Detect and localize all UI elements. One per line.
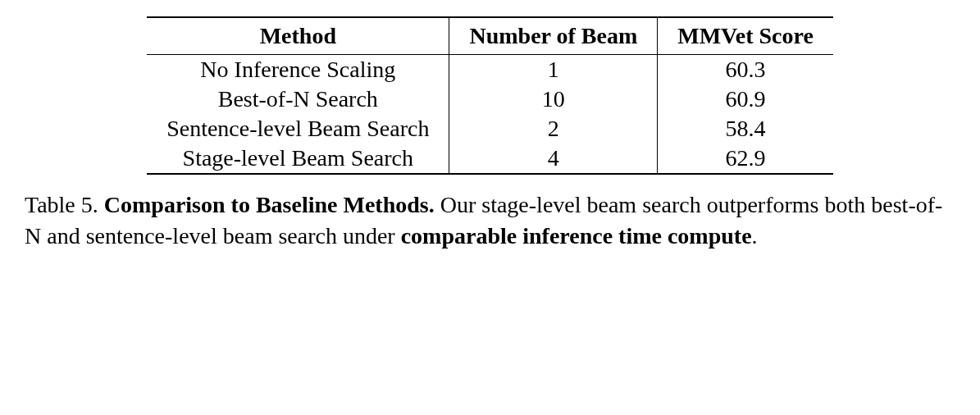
- comparison-table: Method Number of Beam MMVet Score No Inf…: [147, 16, 833, 175]
- cell-method: Sentence-level Beam Search: [147, 114, 449, 144]
- cell-beam: 1: [449, 55, 658, 85]
- caption-label: Table 5.: [25, 192, 98, 217]
- cell-score: 62.9: [658, 144, 833, 174]
- cell-score: 60.3: [658, 55, 833, 85]
- table-row: Sentence-level Beam Search 2 58.4: [147, 114, 833, 144]
- table-header-row: Method Number of Beam MMVet Score: [147, 17, 833, 55]
- col-score: MMVet Score: [658, 17, 833, 55]
- table-caption: Table 5. Comparison to Baseline Methods.…: [25, 189, 955, 252]
- table-row: No Inference Scaling 1 60.3: [147, 55, 833, 85]
- col-method: Method: [147, 17, 449, 55]
- cell-score: 60.9: [658, 84, 833, 114]
- table-row: Best-of-N Search 10 60.9: [147, 84, 833, 114]
- cell-beam: 2: [449, 114, 658, 144]
- cell-method: Stage-level Beam Search: [147, 144, 449, 174]
- caption-body-post: .: [752, 223, 758, 249]
- caption-title: Comparison to Baseline Methods.: [98, 192, 435, 217]
- cell-beam: 4: [449, 144, 658, 174]
- cell-method: No Inference Scaling: [147, 55, 449, 85]
- col-beam: Number of Beam: [449, 17, 658, 55]
- cell-score: 58.4: [658, 114, 833, 144]
- cell-beam: 10: [449, 84, 658, 114]
- cell-method: Best-of-N Search: [147, 84, 449, 114]
- caption-bold-phrase: comparable inference time compute: [401, 223, 752, 249]
- table-row: Stage-level Beam Search 4 62.9: [147, 144, 833, 174]
